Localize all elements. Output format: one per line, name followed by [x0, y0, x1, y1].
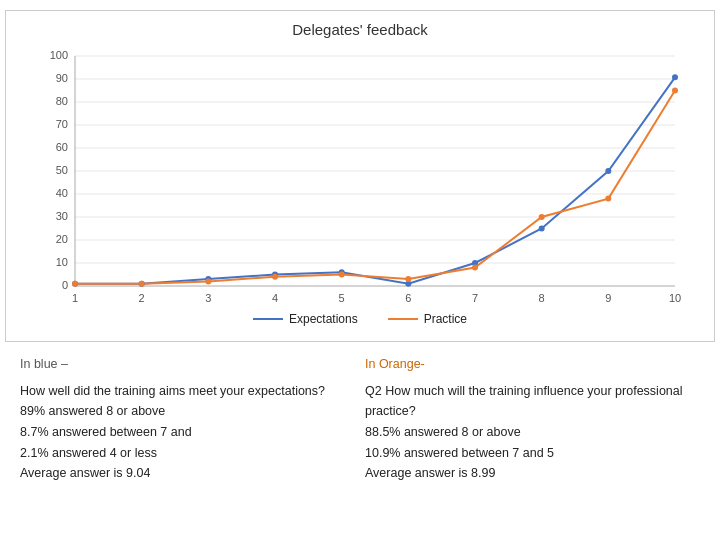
- orange-label: In Orange-: [365, 354, 700, 375]
- legend-expectations: Expectations: [253, 312, 358, 326]
- y-label-100: 100: [50, 49, 68, 61]
- orange-question1: Q2 How much will the training influence …: [365, 381, 700, 402]
- x-label-4: 4: [272, 292, 278, 304]
- chart-title: Delegates' feedback: [21, 21, 699, 38]
- orange-stat1: 88.5% answered 8 or above: [365, 422, 700, 443]
- exp-dot-10: [672, 74, 678, 80]
- chart-legend: Expectations Practice: [21, 312, 699, 326]
- x-label-1: 1: [72, 292, 78, 304]
- blue-stat4: Average answer is 9.04: [20, 463, 355, 484]
- legend-practice: Practice: [388, 312, 467, 326]
- y-label-90: 90: [56, 72, 68, 84]
- x-label-2: 2: [139, 292, 145, 304]
- info-col-orange: In Orange- Q2 How much will the training…: [365, 354, 700, 484]
- info-col-blue: In blue – How well did the training aims…: [20, 354, 355, 484]
- orange-stat3: Average answer is 8.99: [365, 463, 700, 484]
- expectations-line: [75, 77, 675, 283]
- y-label-40: 40: [56, 187, 68, 199]
- y-label-50: 50: [56, 164, 68, 176]
- legend-expectations-line: [253, 318, 283, 320]
- chart-area: 100 90 80 70 60 50 40 30 20 10 0 1 2 3 4…: [21, 46, 699, 306]
- y-label-20: 20: [56, 233, 68, 245]
- y-label-80: 80: [56, 95, 68, 107]
- legend-expectations-label: Expectations: [289, 312, 358, 326]
- blue-stat1: 89% answered 8 or above: [20, 401, 355, 422]
- blue-question: How well did the training aims meet your…: [20, 381, 355, 402]
- prac-dot-3: [205, 278, 211, 284]
- chart-container: Delegates' feedback 100 90 80 70: [5, 10, 715, 342]
- prac-dot-7: [472, 265, 478, 271]
- prac-dot-8: [539, 214, 545, 220]
- orange-question2: practice?: [365, 401, 700, 422]
- exp-dot-8: [539, 226, 545, 232]
- prac-dot-1: [72, 281, 78, 287]
- prac-dot-5: [339, 272, 345, 278]
- x-label-7: 7: [472, 292, 478, 304]
- x-label-10: 10: [669, 292, 681, 304]
- chart-svg: 100 90 80 70 60 50 40 30 20 10 0 1 2 3 4…: [21, 46, 699, 306]
- blue-stat2: 8.7% answered between 7 and: [20, 422, 355, 443]
- x-label-5: 5: [339, 292, 345, 304]
- exp-dot-9: [605, 168, 611, 174]
- x-label-6: 6: [405, 292, 411, 304]
- y-label-10: 10: [56, 256, 68, 268]
- legend-practice-label: Practice: [424, 312, 467, 326]
- prac-dot-10: [672, 88, 678, 94]
- orange-stat2: 10.9% answered between 7 and 5: [365, 443, 700, 464]
- prac-dot-6: [405, 276, 411, 282]
- info-section: In blue – How well did the training aims…: [0, 342, 720, 484]
- blue-stat3: 2.1% answered 4 or less: [20, 443, 355, 464]
- practice-line: [75, 91, 675, 284]
- y-label-30: 30: [56, 210, 68, 222]
- y-label-60: 60: [56, 141, 68, 153]
- legend-practice-line: [388, 318, 418, 320]
- blue-label: In blue –: [20, 354, 355, 375]
- y-label-70: 70: [56, 118, 68, 130]
- x-label-8: 8: [539, 292, 545, 304]
- y-label-0: 0: [62, 279, 68, 291]
- prac-dot-4: [272, 274, 278, 280]
- prac-dot-9: [605, 196, 611, 202]
- x-label-3: 3: [205, 292, 211, 304]
- prac-dot-2: [139, 281, 145, 287]
- x-label-9: 9: [605, 292, 611, 304]
